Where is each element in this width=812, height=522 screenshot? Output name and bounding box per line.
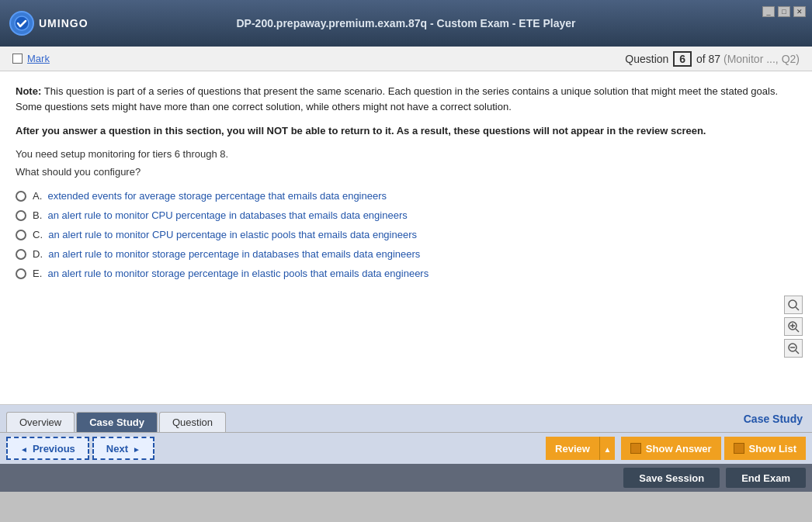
option-c[interactable]: C. an alert rule to monitor CPU percenta…	[16, 229, 796, 240]
action-bar: Save Session End Exam	[0, 464, 812, 492]
radio-c[interactable]	[16, 230, 26, 240]
question-number: 6	[673, 51, 692, 67]
tab-case-study[interactable]: Case Study	[76, 412, 158, 432]
mark-bar: Mark Question 6 of 87 (Monitor ..., Q2)	[0, 47, 812, 71]
svg-point-0	[15, 16, 29, 30]
option-d-label: D. an alert rule to monitor storage perc…	[33, 248, 420, 260]
previous-button[interactable]: Previous	[6, 437, 89, 460]
tab-case-study-label: Case Study	[89, 417, 144, 428]
note-body: This question is part of a series of que…	[16, 85, 778, 112]
save-session-label: Save Session	[639, 472, 704, 484]
question-nav: Question 6 of 87 (Monitor ..., Q2)	[625, 51, 800, 67]
tab-question[interactable]: Question	[159, 412, 226, 432]
option-e-label: E. an alert rule to monitor storage perc…	[33, 268, 429, 279]
svg-line-9	[796, 351, 799, 354]
logo-text: UMINGO	[39, 17, 88, 29]
radio-b[interactable]	[16, 210, 26, 221]
end-exam-button[interactable]: End Exam	[726, 468, 806, 488]
question-text: What should you configure?	[16, 166, 796, 178]
note-title: Note:	[16, 85, 44, 97]
window-controls: _ □ ✕	[762, 6, 806, 17]
svg-point-1	[789, 300, 796, 308]
radio-d[interactable]	[16, 249, 26, 260]
show-list-label: Show List	[749, 443, 796, 455]
option-b-label: B. an alert rule to monitor CPU percenta…	[33, 209, 408, 221]
logo-icon	[9, 11, 34, 36]
review-dropdown-button[interactable]	[599, 437, 615, 460]
next-label: Next	[106, 443, 128, 455]
setup-text: You need setup monitoring for tiers 6 th…	[16, 148, 796, 160]
review-button[interactable]: Review	[546, 437, 599, 460]
question-label: Question	[625, 53, 668, 65]
option-b[interactable]: B. an alert rule to monitor CPU percenta…	[16, 209, 796, 221]
title-bar: UMINGO DP-200.prepaway.premium.exam.87q …	[0, 0, 812, 47]
review-dropdown-icon	[603, 443, 611, 455]
option-a-label: A. extended events for average storage p…	[33, 190, 387, 202]
tab-bar: Overview Case Study Question Case Study	[0, 405, 812, 433]
show-answer-icon	[630, 443, 641, 454]
mark-label[interactable]: Mark	[12, 53, 50, 64]
svg-line-6	[796, 329, 799, 332]
logo: UMINGO	[9, 11, 88, 36]
next-button[interactable]: Next	[92, 437, 154, 460]
show-list-icon	[734, 443, 744, 454]
option-a[interactable]: A. extended events for average storage p…	[16, 190, 796, 202]
case-study-header-label: Case Study	[744, 413, 803, 425]
show-list-button[interactable]: Show List	[724, 437, 806, 460]
save-session-button[interactable]: Save Session	[623, 468, 720, 488]
content-area: Note: This question is part of a series …	[0, 71, 812, 405]
previous-arrow-icon	[20, 443, 28, 455]
mark-checkbox[interactable]	[12, 54, 23, 64]
minimize-button[interactable]: _	[762, 6, 775, 17]
tab-overview-label: Overview	[19, 417, 61, 428]
option-c-label: C. an alert rule to monitor CPU percenta…	[33, 229, 417, 240]
zoom-out-button[interactable]	[784, 339, 803, 358]
svg-line-2	[796, 307, 799, 310]
mark-text: Mark	[27, 53, 50, 64]
review-label: Review	[555, 443, 590, 455]
tab-question-label: Question	[172, 417, 213, 428]
bottom-bar: Previous Next Review Show Answer Show Li…	[0, 433, 812, 464]
warning-text: After you answer a question in this sect…	[16, 123, 796, 139]
question-info: (Monitor ..., Q2)	[724, 53, 800, 65]
window-title: DP-200.prepaway.premium.exam.87q - Custo…	[236, 17, 575, 29]
question-total: of 87	[696, 53, 720, 65]
zoom-in-button[interactable]	[784, 317, 803, 336]
radio-e[interactable]	[16, 268, 26, 279]
end-exam-label: End Exam	[741, 472, 790, 484]
show-answer-label: Show Answer	[646, 443, 712, 455]
option-e[interactable]: E. an alert rule to monitor storage perc…	[16, 268, 796, 279]
options-list: A. extended events for average storage p…	[16, 190, 796, 279]
radio-a[interactable]	[16, 191, 26, 202]
tab-overview[interactable]: Overview	[6, 412, 75, 432]
previous-label: Previous	[33, 443, 75, 455]
next-arrow-icon	[133, 443, 141, 455]
zoom-controls	[784, 296, 803, 358]
show-answer-button[interactable]: Show Answer	[621, 437, 721, 460]
restore-button[interactable]: □	[778, 6, 790, 17]
note-text: Note: This question is part of a series …	[16, 84, 796, 114]
option-d[interactable]: D. an alert rule to monitor storage perc…	[16, 248, 796, 260]
zoom-search-button[interactable]	[784, 296, 803, 314]
close-button[interactable]: ✕	[793, 6, 806, 17]
